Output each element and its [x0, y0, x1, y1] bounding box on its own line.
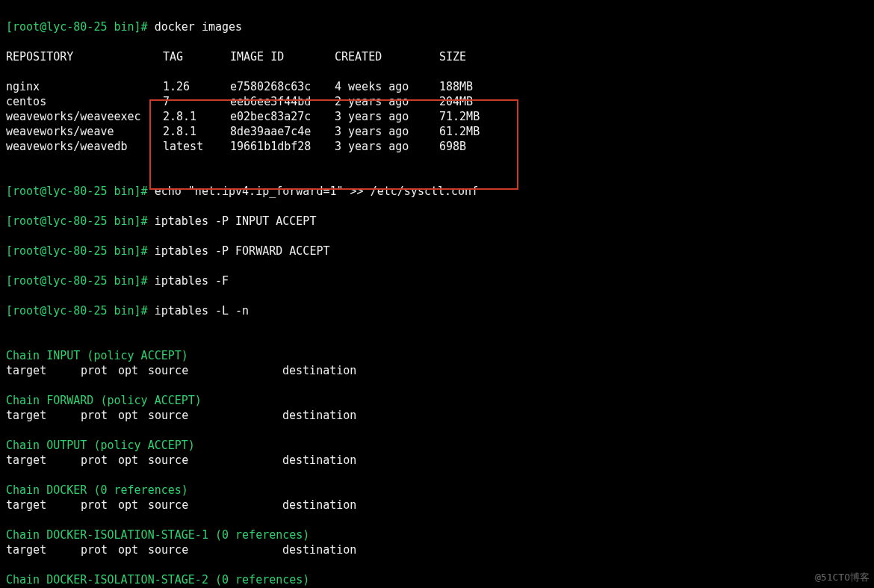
header-created: CREATED: [335, 49, 439, 64]
col-target: target: [6, 363, 81, 378]
header-repo: REPOSITORY: [6, 49, 163, 64]
cell-id: 8de39aae7c4e: [230, 124, 335, 139]
watermark-text: @51CTO博客: [815, 570, 870, 585]
cell-tag: latest: [163, 139, 230, 154]
col-dest: destination: [282, 498, 402, 513]
cell-size: 204MB: [439, 94, 529, 109]
col-target: target: [6, 498, 81, 513]
chain-header-row: targetprotoptsourcedestination: [6, 363, 868, 378]
command-text: iptables -L -n: [155, 304, 249, 318]
blank-line: [6, 557, 868, 572]
cell-id: e7580268c63c: [230, 79, 335, 94]
cell-id: e02bec83a27c: [230, 109, 335, 124]
prompt-line: [root@lyc-80-25 bin]# docker images: [6, 19, 868, 34]
col-source: source: [148, 542, 282, 557]
cell-tag: 1.26: [163, 79, 230, 94]
chain-title: Chain DOCKER-ISOLATION-STAGE-2 (0 refere…: [6, 572, 868, 587]
blank-line: [6, 468, 868, 483]
cell-repo: centos: [6, 94, 163, 109]
col-source: source: [148, 363, 282, 378]
col-opt: opt: [118, 542, 148, 557]
col-source: source: [148, 408, 282, 423]
cell-tag: 7: [163, 94, 230, 109]
cell-tag: 2.8.1: [163, 124, 230, 139]
col-dest: destination: [282, 542, 402, 557]
docker-row: weaveworks/weavedblatest19661b1dbf283 ye…: [6, 139, 868, 154]
col-prot: prot: [81, 408, 118, 423]
cell-id: 19661b1dbf28: [230, 139, 335, 154]
blank-line: [6, 513, 868, 527]
col-opt: opt: [118, 408, 148, 423]
col-source: source: [148, 453, 282, 468]
cell-repo: weaveworks/weavedb: [6, 139, 163, 154]
col-dest: destination: [282, 363, 402, 378]
col-prot: prot: [81, 498, 118, 513]
highlighted-commands: [root@lyc-80-25 bin]# echo "net.ipv4.ip_…: [6, 169, 868, 333]
cell-created: 3 years ago: [335, 124, 439, 139]
command-text: iptables -P FORWARD ACCEPT: [155, 244, 330, 258]
cell-size: 61.2MB: [439, 124, 529, 139]
col-prot: prot: [81, 453, 118, 468]
blank-line: [6, 378, 868, 393]
header-tag: TAG: [163, 49, 230, 64]
cell-tag: 2.8.1: [163, 109, 230, 124]
prompt-line: [root@lyc-80-25 bin]# iptables -F: [6, 273, 868, 288]
cell-repo: weaveworks/weaveexec: [6, 109, 163, 124]
prompt: [root@lyc-80-25 bin]#: [6, 20, 148, 34]
prompt-line: [root@lyc-80-25 bin]# echo "net.ipv4.ip_…: [6, 184, 868, 199]
command-text: echo "net.ipv4.ip_forward=1" >> /etc/sys…: [155, 185, 478, 198]
chain-header-row: targetprotoptsourcedestination: [6, 498, 868, 513]
blank-line: [6, 423, 868, 438]
cell-created: 2 years ago: [335, 94, 439, 109]
chain-header-row: targetprotoptsourcedestination: [6, 542, 868, 557]
chain-title: Chain OUTPUT (policy ACCEPT): [6, 438, 868, 453]
col-source: source: [148, 498, 282, 513]
cell-created: 3 years ago: [335, 139, 439, 154]
command-text: iptables -F: [155, 274, 229, 288]
command-text: iptables -P INPUT ACCEPT: [155, 214, 317, 228]
col-opt: opt: [118, 363, 148, 378]
chain-header-row: targetprotoptsourcedestination: [6, 408, 868, 423]
chain-title: Chain DOCKER (0 references): [6, 483, 868, 498]
prompt-line: [root@lyc-80-25 bin]# iptables -P FORWAR…: [6, 244, 868, 259]
cell-created: 4 weeks ago: [335, 79, 439, 94]
cell-id: eeb6ee3f44bd: [230, 94, 335, 109]
cell-size: 71.2MB: [439, 109, 529, 124]
command-text: docker images: [155, 20, 242, 34]
docker-row: weaveworks/weaveexec2.8.1e02bec83a27c3 y…: [6, 109, 868, 124]
col-dest: destination: [282, 408, 402, 423]
cell-repo: weaveworks/weave: [6, 124, 163, 139]
docker-header: REPOSITORYTAGIMAGE IDCREATEDSIZE: [6, 49, 868, 64]
cell-repo: nginx: [6, 79, 163, 94]
prompt-line: [root@lyc-80-25 bin]# iptables -P INPUT …: [6, 214, 868, 229]
col-target: target: [6, 542, 81, 557]
chain-header-row: targetprotoptsourcedestination: [6, 453, 868, 468]
cell-size: 698B: [439, 139, 529, 154]
docker-row: nginx1.26e7580268c63c4 weeks ago188MB: [6, 79, 868, 94]
cell-created: 3 years ago: [335, 109, 439, 124]
col-prot: prot: [81, 542, 118, 557]
docker-row: centos7eeb6ee3f44bd2 years ago204MB: [6, 94, 868, 109]
docker-row: weaveworks/weave2.8.18de39aae7c4e3 years…: [6, 124, 868, 139]
col-target: target: [6, 408, 81, 423]
col-dest: destination: [282, 453, 402, 468]
col-opt: opt: [118, 453, 148, 468]
col-opt: opt: [118, 498, 148, 513]
header-id: IMAGE ID: [230, 49, 335, 64]
docker-rows: nginx1.26e7580268c63c4 weeks ago188MBcen…: [6, 79, 868, 154]
col-target: target: [6, 453, 81, 468]
chain-title: Chain DOCKER-ISOLATION-STAGE-1 (0 refere…: [6, 527, 868, 542]
prompt-line: [root@lyc-80-25 bin]# iptables -L -n: [6, 303, 868, 318]
chain-title: Chain INPUT (policy ACCEPT): [6, 348, 868, 363]
col-prot: prot: [81, 363, 118, 378]
cell-size: 188MB: [439, 79, 529, 94]
iptables-output: Chain INPUT (policy ACCEPT)targetprotopt…: [6, 348, 868, 588]
terminal-window[interactable]: [root@lyc-80-25 bin]# docker images REPO…: [0, 0, 874, 588]
chain-title: Chain FORWARD (policy ACCEPT): [6, 393, 868, 408]
header-size: SIZE: [439, 49, 529, 64]
